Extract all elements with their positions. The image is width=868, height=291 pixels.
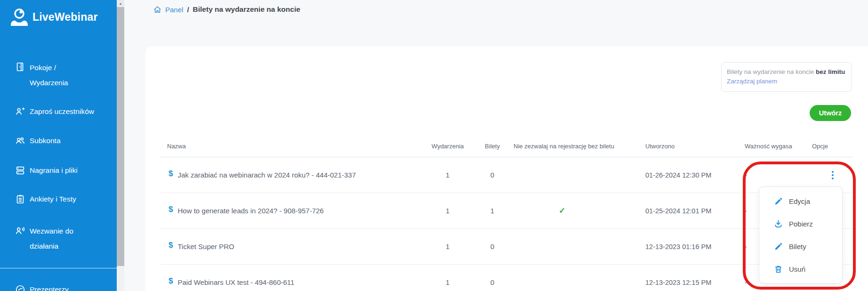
call-to-action-icon [15, 226, 25, 236]
tickets-count: 0 [471, 171, 514, 179]
ticket-name-cell: $ Jak zarabiać na webinarach w 2024 roku… [161, 170, 424, 180]
column-header-expires: Ważność wygasa [745, 143, 812, 150]
created-date: 01-25-2024 12:01 PM [645, 207, 745, 215]
events-count: 1 [424, 207, 471, 215]
column-header-created: Utworzono [645, 143, 745, 150]
trash-icon [774, 265, 783, 274]
home-icon[interactable] [153, 6, 161, 14]
sidebar-item-label: Wezwanie do działania [30, 224, 73, 254]
plan-limit-box: Bilety na wydarzenie na koncie bez limit… [721, 62, 852, 92]
sidebar-item-label: Prezenterzy [30, 284, 69, 291]
menu-item-label: Usuń [789, 265, 805, 273]
tickets-count: 0 [471, 278, 514, 286]
ticket-name-cell: $ Paid Webinars UX test - 494-860-611 [161, 278, 424, 287]
ticket-price-icon: $ [169, 241, 173, 250]
menu-item-delete[interactable]: Usuń [759, 258, 842, 280]
expires-value: - [745, 171, 812, 179]
recordings-files-icon [15, 165, 25, 176]
scrollbar-up-arrow-icon[interactable]: ▲ [117, 0, 124, 7]
column-header-no-registration: Nie zezwalaj na rejestrację bez biletu [514, 143, 645, 150]
plan-limit-value: bez limitu [816, 68, 845, 75]
sidebar-item-label: Ankiety i Testy [30, 194, 76, 204]
column-header-name: Nazwa [161, 143, 424, 150]
sidebar-divider [0, 268, 117, 268]
door-icon [15, 62, 25, 72]
ticket-name: Jak zarabiać na webinarach w 2024 roku? … [177, 171, 356, 179]
plan-limit-text: Bilety na wydarzenie na koncie bez limit… [727, 67, 846, 77]
menu-item-label: Edycja [789, 197, 810, 205]
options-cell [812, 171, 853, 179]
row-options-kebab-icon[interactable] [828, 171, 837, 179]
menu-item-edit[interactable]: Edycja [759, 190, 842, 212]
sidebar-item-label: Pokoje / Wydarzenia [30, 60, 68, 90]
pencil-icon [774, 242, 783, 251]
logo-text: LiveWebinar [32, 11, 98, 24]
events-count: 1 [424, 278, 471, 286]
created-date: 01-26-2024 12:30 PM [645, 171, 745, 179]
download-icon [774, 219, 783, 228]
events-count: 1 [424, 171, 471, 179]
breadcrumb: Panel / Bilety na wydarzenie na koncie [153, 5, 300, 14]
table-row: $ Paid Webinars UX test - 494-860-611 1 … [161, 265, 853, 291]
breadcrumb-separator: / [187, 6, 189, 14]
tickets-table: Nazwa Wydarzenia Bilety Nie zezwalaj na … [161, 143, 853, 291]
tickets-count: 0 [471, 242, 514, 251]
table-header: Nazwa Wydarzenia Bilety Nie zezwalaj na … [161, 143, 853, 157]
livewebinar-tickets-page: { "sidebar": { "logo_text": "LiveWebinar… [0, 0, 868, 291]
webcam-logo-icon [10, 8, 28, 26]
table-row: $ Ticket Super PRO 1 0 12-13-2023 01:16 … [161, 229, 853, 265]
events-count: 1 [424, 242, 471, 251]
menu-item-download[interactable]: Pobierz [759, 212, 842, 235]
menu-item-label: Bilety [789, 242, 806, 251]
ticket-name: How to generate leads in 2024? - 908-957… [177, 207, 323, 215]
ticket-price-icon: $ [169, 169, 173, 178]
manage-plan-link[interactable]: Zarządzaj planem [727, 77, 846, 86]
ticket-name: Ticket Super PRO [177, 242, 234, 251]
surveys-tests-icon [15, 194, 25, 204]
breadcrumb-panel-link[interactable]: Panel [165, 6, 183, 14]
table-row: $ Jak zarabiać na webinarach w 2024 roku… [161, 157, 853, 193]
sidebar-scrollbar[interactable]: ▲ [117, 0, 124, 291]
sidebar-item-label: Nagrania i pliki [30, 165, 78, 176]
created-date: 12-13-2023 12:15 PM [645, 279, 745, 286]
ticket-price-icon: $ [169, 276, 173, 286]
sidebar-item-label: Subkonta [30, 136, 61, 146]
ticket-name-cell: $ How to generate leads in 2024? - 908-9… [161, 206, 424, 216]
ticket-name: Paid Webinars UX test - 494-860-611 [177, 278, 294, 286]
page-title: Bilety na wydarzenie na koncie [193, 5, 300, 14]
subaccounts-icon [15, 136, 25, 146]
scrollbar-thumb[interactable] [117, 7, 124, 266]
create-button[interactable]: Utwórz [810, 105, 851, 121]
sidebar: LiveWebinar Pokoje / Wydarzenia Zaproś u… [0, 0, 117, 291]
column-header-events: Wydarzenia [424, 143, 471, 150]
created-date: 12-13-2023 01:16 PM [645, 243, 745, 251]
livewebinar-logo[interactable]: LiveWebinar [10, 8, 98, 26]
ticket-price-icon: $ [169, 205, 173, 214]
table-row: $ How to generate leads in 2024? - 908-9… [161, 193, 853, 229]
menu-item-tickets[interactable]: Bilety [759, 235, 842, 258]
no-registration-check: ✓ [514, 206, 645, 216]
ticket-name-cell: $ Ticket Super PRO [161, 242, 424, 251]
tickets-card: Bilety na wydarzenie na koncie bez limit… [145, 46, 868, 291]
column-header-tickets: Bilety [471, 143, 514, 150]
tickets-count: 1 [471, 207, 514, 215]
invite-participants-icon [15, 106, 25, 117]
menu-item-label: Pobierz [789, 220, 813, 228]
column-header-options: Opcje [812, 143, 853, 150]
row-options-menu: Edycja Pobierz Bilety Usuń [759, 186, 843, 283]
pencil-icon [774, 197, 783, 206]
presenters-icon [15, 284, 25, 291]
sidebar-item-label: Zaproś uczestników [30, 106, 94, 117]
